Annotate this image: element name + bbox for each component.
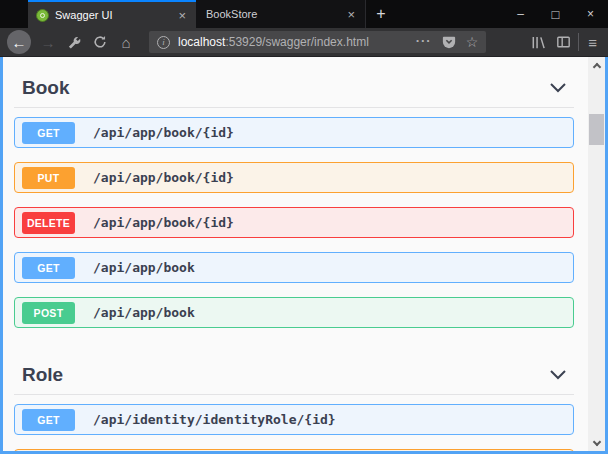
titlebar: Swagger UI × BookStore × + – □ × [0, 0, 608, 28]
endpoint-row[interactable]: GET /api/app/book [14, 252, 574, 283]
http-method-badge: GET [22, 122, 75, 144]
tab-title: BookStore [206, 8, 345, 20]
swagger-page: Book GET /api/app/book/{id} PUT /api/app… [3, 57, 588, 451]
endpoint-row[interactable]: GET /api/identity/identityRole/{id} [14, 404, 574, 435]
section-title: Book [22, 77, 70, 99]
scroll-down-icon[interactable] [588, 435, 605, 451]
browser-window: Swagger UI × BookStore × + – □ × ← → ⌂ i… [0, 0, 608, 454]
back-button[interactable]: ← [7, 30, 31, 54]
titlebar-drag-area [396, 0, 503, 28]
page-actions-icon[interactable]: ··· [416, 33, 432, 48]
home-icon[interactable]: ⌂ [113, 30, 139, 54]
window-controls: – □ × [503, 0, 608, 28]
endpoint-path: /api/identity/identityRole/{id} [93, 412, 336, 427]
chevron-down-icon[interactable] [550, 370, 566, 380]
vertical-scrollbar[interactable] [588, 57, 605, 451]
endpoint-row[interactable]: PUT /api/identity/identityRole/{id} [14, 449, 574, 451]
url-host: localhost [178, 35, 225, 49]
scrollbar-thumb[interactable] [589, 114, 604, 145]
tab-close-icon[interactable]: × [176, 8, 188, 23]
page-content: Book GET /api/app/book/{id} PUT /api/app… [0, 57, 608, 454]
address-bar[interactable]: i localhost:53929/swagger/index.html ···… [149, 31, 486, 53]
section-header-book[interactable]: Book [14, 71, 574, 108]
endpoint-row[interactable]: GET /api/app/book/{id} [14, 117, 574, 148]
new-tab-button[interactable]: + [366, 0, 396, 28]
refresh-icon[interactable] [87, 30, 113, 54]
endpoint-path: /api/app/book/{id} [93, 215, 234, 230]
sidebar-toggle-icon[interactable] [556, 35, 571, 49]
url-path: :53929/swagger/index.html [225, 35, 368, 49]
endpoint-path: /api/app/book [93, 260, 195, 275]
section-header-role[interactable]: Role [14, 342, 574, 395]
tab-swagger-ui[interactable]: Swagger UI × [28, 0, 196, 28]
swagger-favicon-icon [36, 9, 49, 22]
site-info-icon[interactable]: i [157, 36, 170, 49]
bookmark-star-icon[interactable]: ☆ [466, 34, 479, 50]
tab-title: Swagger UI [55, 9, 176, 21]
section-title: Role [22, 364, 63, 386]
endpoint-row[interactable]: DELETE /api/app/book/{id} [14, 207, 574, 238]
http-method-badge: GET [22, 257, 75, 279]
endpoint-path: /api/app/book [93, 305, 195, 320]
tab-bookstore[interactable]: BookStore × [196, 0, 366, 28]
http-method-badge: GET [22, 409, 75, 431]
endpoint-row[interactable]: POST /api/app/book [14, 297, 574, 328]
toolbar-separator [578, 33, 579, 51]
forward-button[interactable]: → [35, 30, 61, 54]
pocket-icon[interactable] [442, 35, 456, 49]
endpoint-path: /api/app/book/{id} [93, 125, 234, 140]
wrench-icon[interactable] [61, 30, 87, 54]
tabbar-left-spacer [0, 0, 28, 28]
http-method-badge: POST [22, 302, 75, 324]
hamburger-menu-icon[interactable]: ≡ [588, 34, 597, 51]
maximize-button[interactable]: □ [538, 0, 573, 28]
url-text[interactable]: localhost:53929/swagger/index.html [178, 35, 369, 49]
navigation-toolbar: ← → ⌂ i localhost:53929/swagger/index.ht… [0, 28, 608, 57]
endpoint-row[interactable]: PUT /api/app/book/{id} [14, 162, 574, 193]
close-button[interactable]: × [573, 0, 608, 28]
scroll-up-icon[interactable] [588, 57, 605, 73]
library-icon[interactable] [530, 35, 546, 50]
endpoint-path: /api/app/book/{id} [93, 170, 234, 185]
toolbar-right-icons: ≡ [530, 33, 601, 51]
minimize-button[interactable]: – [503, 0, 538, 28]
tab-close-icon[interactable]: × [345, 7, 357, 22]
chevron-down-icon[interactable] [550, 83, 566, 93]
http-method-badge: PUT [22, 167, 75, 189]
http-method-badge: DELETE [22, 212, 75, 234]
